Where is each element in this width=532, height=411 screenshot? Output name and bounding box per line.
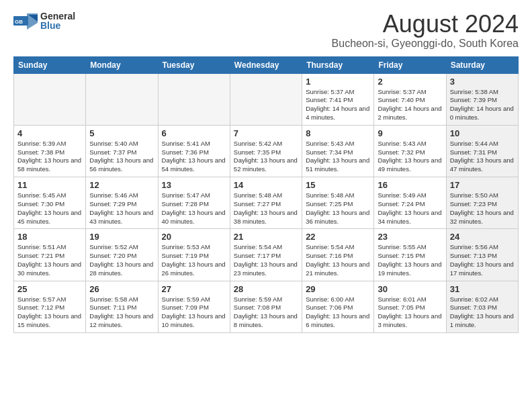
calendar-cell: 16Sunrise: 5:49 AM Sunset: 7:24 PM Dayli…: [374, 177, 446, 229]
svg-text:GB: GB: [15, 19, 23, 25]
day-number: 12: [89, 180, 154, 190]
day-info: Sunrise: 5:40 AM Sunset: 7:37 PM Dayligh…: [89, 140, 154, 174]
day-info: Sunrise: 5:44 AM Sunset: 7:31 PM Dayligh…: [450, 140, 515, 174]
calendar-cell: 14Sunrise: 5:48 AM Sunset: 7:27 PM Dayli…: [230, 177, 302, 229]
day-number: 24: [450, 232, 515, 242]
day-info: Sunrise: 5:59 AM Sunset: 7:08 PM Dayligh…: [234, 295, 298, 330]
day-number: 16: [378, 180, 442, 190]
weekday-header-row: Sunday Monday Tuesday Wednesday Thursday…: [14, 56, 519, 73]
header-sunday: Sunday: [14, 56, 86, 73]
calendar-cell: 29Sunrise: 6:00 AM Sunset: 7:06 PM Dayli…: [302, 281, 374, 332]
day-info: Sunrise: 5:50 AM Sunset: 7:23 PM Dayligh…: [450, 191, 515, 226]
day-info: Sunrise: 5:37 AM Sunset: 7:40 PM Dayligh…: [378, 88, 442, 122]
day-info: Sunrise: 5:53 AM Sunset: 7:19 PM Dayligh…: [162, 243, 226, 277]
calendar-cell: [86, 73, 158, 125]
day-info: Sunrise: 5:41 AM Sunset: 7:36 PM Dayligh…: [162, 140, 226, 174]
logo-icon: GB: [13, 11, 38, 31]
day-number: 23: [378, 232, 442, 242]
day-info: Sunrise: 5:45 AM Sunset: 7:30 PM Dayligh…: [17, 191, 82, 226]
day-info: Sunrise: 5:47 AM Sunset: 7:28 PM Dayligh…: [162, 191, 226, 226]
calendar-cell: 3Sunrise: 5:38 AM Sunset: 7:39 PM Daylig…: [446, 73, 518, 125]
day-number: 13: [162, 180, 226, 190]
header-saturday: Saturday: [446, 56, 518, 73]
day-info: Sunrise: 5:54 AM Sunset: 7:16 PM Dayligh…: [306, 243, 370, 277]
day-number: 29: [306, 284, 370, 294]
day-number: 28: [234, 284, 298, 294]
title-block: August 2024 Bucheon-si, Gyeonggi-do, Sou…: [332, 11, 519, 50]
day-info: Sunrise: 6:00 AM Sunset: 7:06 PM Dayligh…: [306, 295, 370, 330]
calendar-table: Sunday Monday Tuesday Wednesday Thursday…: [13, 56, 519, 333]
day-number: 27: [162, 284, 226, 294]
day-info: Sunrise: 5:59 AM Sunset: 7:09 PM Dayligh…: [162, 295, 226, 330]
calendar-cell: 1Sunrise: 5:37 AM Sunset: 7:41 PM Daylig…: [302, 73, 374, 125]
calendar-cell: 13Sunrise: 5:47 AM Sunset: 7:28 PM Dayli…: [158, 177, 230, 229]
day-number: 14: [234, 180, 298, 190]
calendar-cell: 23Sunrise: 5:55 AM Sunset: 7:15 PM Dayli…: [374, 229, 446, 281]
calendar-cell: 21Sunrise: 5:54 AM Sunset: 7:17 PM Dayli…: [230, 229, 302, 281]
day-number: 18: [17, 232, 82, 242]
day-info: Sunrise: 5:57 AM Sunset: 7:12 PM Dayligh…: [17, 295, 82, 330]
header-thursday: Thursday: [302, 56, 374, 73]
day-number: 19: [89, 232, 154, 242]
day-info: Sunrise: 5:42 AM Sunset: 7:35 PM Dayligh…: [234, 140, 298, 174]
day-info: Sunrise: 5:52 AM Sunset: 7:20 PM Dayligh…: [89, 243, 154, 277]
day-number: 21: [234, 232, 298, 242]
calendar-cell: 26Sunrise: 5:58 AM Sunset: 7:11 PM Dayli…: [86, 281, 158, 332]
day-info: Sunrise: 5:43 AM Sunset: 7:34 PM Dayligh…: [306, 140, 370, 174]
calendar-cell: 30Sunrise: 6:01 AM Sunset: 7:05 PM Dayli…: [374, 281, 446, 332]
calendar-cell: 24Sunrise: 5:56 AM Sunset: 7:13 PM Dayli…: [446, 229, 518, 281]
calendar-body: 1Sunrise: 5:37 AM Sunset: 7:41 PM Daylig…: [14, 73, 519, 332]
day-info: Sunrise: 5:58 AM Sunset: 7:11 PM Dayligh…: [89, 295, 154, 330]
header: GB General Blue August 2024 Bucheon-si, …: [13, 11, 519, 50]
calendar-cell: 4Sunrise: 5:39 AM Sunset: 7:38 PM Daylig…: [14, 125, 86, 177]
calendar-cell: 12Sunrise: 5:46 AM Sunset: 7:29 PM Dayli…: [86, 177, 158, 229]
day-number: 7: [234, 128, 298, 138]
calendar-cell: [230, 73, 302, 125]
day-info: Sunrise: 5:46 AM Sunset: 7:29 PM Dayligh…: [89, 191, 154, 226]
calendar-cell: 20Sunrise: 5:53 AM Sunset: 7:19 PM Dayli…: [158, 229, 230, 281]
day-number: 15: [306, 180, 370, 190]
day-number: 1: [306, 77, 370, 87]
day-number: 9: [378, 128, 442, 138]
day-number: 22: [306, 232, 370, 242]
day-number: 17: [450, 180, 515, 190]
day-number: 11: [17, 180, 82, 190]
calendar-cell: 25Sunrise: 5:57 AM Sunset: 7:12 PM Dayli…: [14, 281, 86, 332]
day-info: Sunrise: 5:55 AM Sunset: 7:15 PM Dayligh…: [378, 243, 442, 277]
logo: GB General Blue: [13, 11, 75, 31]
page: GB General Blue August 2024 Bucheon-si, …: [0, 0, 532, 411]
day-info: Sunrise: 5:39 AM Sunset: 7:38 PM Dayligh…: [17, 140, 82, 174]
calendar-cell: 31Sunrise: 6:02 AM Sunset: 7:03 PM Dayli…: [446, 281, 518, 332]
day-number: 5: [89, 128, 154, 138]
location-text: Bucheon-si, Gyeonggi-do, South Korea: [332, 38, 519, 50]
header-wednesday: Wednesday: [230, 56, 302, 73]
header-tuesday: Tuesday: [158, 56, 230, 73]
day-number: 20: [162, 232, 226, 242]
day-number: 31: [450, 284, 515, 294]
day-info: Sunrise: 5:51 AM Sunset: 7:21 PM Dayligh…: [17, 243, 82, 277]
calendar-cell: 2Sunrise: 5:37 AM Sunset: 7:40 PM Daylig…: [374, 73, 446, 125]
calendar-cell: 17Sunrise: 5:50 AM Sunset: 7:23 PM Dayli…: [446, 177, 518, 229]
calendar-cell: [158, 73, 230, 125]
logo-text: General Blue: [40, 11, 75, 30]
day-number: 4: [17, 128, 82, 138]
day-info: Sunrise: 5:38 AM Sunset: 7:39 PM Dayligh…: [450, 88, 515, 122]
day-info: Sunrise: 6:02 AM Sunset: 7:03 PM Dayligh…: [450, 295, 515, 330]
day-number: 2: [378, 77, 442, 87]
header-friday: Friday: [374, 56, 446, 73]
day-number: 6: [162, 128, 226, 138]
day-info: Sunrise: 5:54 AM Sunset: 7:17 PM Dayligh…: [234, 243, 298, 277]
day-number: 10: [450, 128, 515, 138]
calendar-cell: [14, 73, 86, 125]
calendar-week-3: 11Sunrise: 5:45 AM Sunset: 7:30 PM Dayli…: [14, 177, 519, 229]
logo-blue-text: Blue: [40, 21, 75, 30]
day-info: Sunrise: 5:48 AM Sunset: 7:27 PM Dayligh…: [234, 191, 298, 226]
calendar-cell: 9Sunrise: 5:43 AM Sunset: 7:32 PM Daylig…: [374, 125, 446, 177]
calendar-week-2: 4Sunrise: 5:39 AM Sunset: 7:38 PM Daylig…: [14, 125, 519, 177]
calendar-cell: 19Sunrise: 5:52 AM Sunset: 7:20 PM Dayli…: [86, 229, 158, 281]
day-info: Sunrise: 6:01 AM Sunset: 7:05 PM Dayligh…: [378, 295, 442, 330]
calendar-cell: 7Sunrise: 5:42 AM Sunset: 7:35 PM Daylig…: [230, 125, 302, 177]
calendar-week-4: 18Sunrise: 5:51 AM Sunset: 7:21 PM Dayli…: [14, 229, 519, 281]
day-number: 3: [450, 77, 515, 87]
calendar-week-5: 25Sunrise: 5:57 AM Sunset: 7:12 PM Dayli…: [14, 281, 519, 332]
